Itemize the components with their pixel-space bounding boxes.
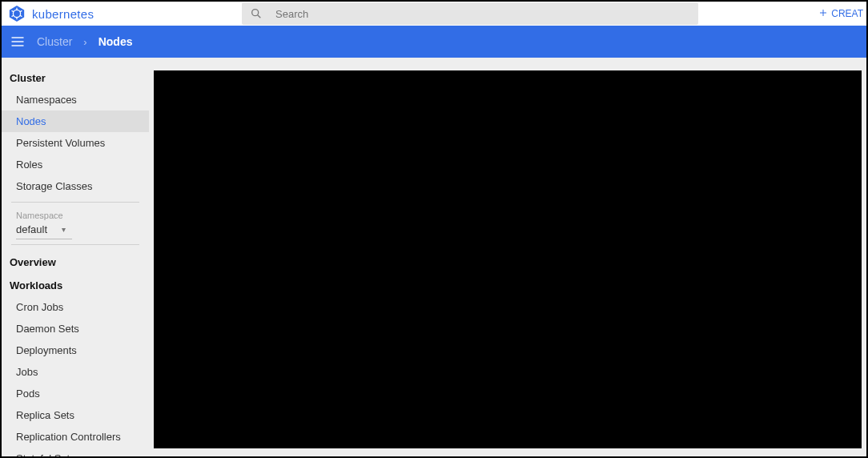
sidebar-item-storage-classes[interactable]: Storage Classes — [2, 175, 149, 197]
breadcrumb-root[interactable]: Cluster — [37, 35, 72, 48]
sidebar-item-deployments[interactable]: Deployments — [2, 339, 149, 361]
svg-line-9 — [258, 15, 261, 18]
sidebar-item-cron-jobs[interactable]: Cron Jobs — [2, 296, 149, 318]
top-bar: kubernetes CREAT — [2, 2, 866, 26]
search-icon — [250, 7, 263, 20]
namespace-selected: default — [16, 223, 47, 235]
sidebar-item-pods[interactable]: Pods — [2, 383, 149, 404]
kubernetes-logo-icon — [8, 5, 26, 22]
sidebar-item-daemon-sets[interactable]: Daemon Sets — [2, 318, 149, 339]
divider — [11, 244, 139, 245]
chevron-down-icon: ▾ — [62, 225, 66, 234]
sidebar-item-jobs[interactable]: Jobs — [2, 361, 149, 383]
sidebar-item-roles[interactable]: Roles — [2, 154, 149, 175]
plus-icon — [818, 8, 828, 20]
create-button[interactable]: CREAT — [818, 8, 863, 20]
brand-text: kubernetes — [32, 7, 94, 21]
sidebar-section-cluster[interactable]: Cluster — [2, 66, 149, 89]
sidebar-section-overview[interactable]: Overview — [2, 250, 149, 273]
content-panel — [154, 70, 862, 448]
svg-point-8 — [252, 10, 259, 16]
content-area — [149, 58, 866, 456]
sidebar-item-replication-controllers[interactable]: Replication Controllers — [2, 426, 149, 448]
create-label: CREAT — [831, 8, 863, 19]
brand[interactable]: kubernetes — [2, 5, 94, 22]
main-layout: Cluster Namespaces Nodes Persistent Volu… — [2, 58, 866, 456]
sidebar-section-workloads[interactable]: Workloads — [2, 273, 149, 296]
chevron-right-icon: › — [83, 36, 86, 48]
menu-icon[interactable] — [10, 34, 26, 50]
search-bar[interactable] — [242, 2, 698, 25]
sidebar-item-namespaces[interactable]: Namespaces — [2, 89, 149, 110]
sidebar: Cluster Namespaces Nodes Persistent Volu… — [2, 58, 149, 456]
breadcrumb-current: Nodes — [98, 35, 133, 48]
namespace-select[interactable]: default ▾ — [16, 220, 72, 239]
sidebar-item-nodes[interactable]: Nodes — [2, 110, 149, 132]
sidebar-item-persistent-volumes[interactable]: Persistent Volumes — [2, 132, 149, 154]
namespace-label: Namespace — [2, 207, 149, 220]
search-input[interactable] — [275, 8, 690, 20]
divider — [11, 202, 139, 203]
breadcrumb-bar: Cluster › Nodes — [2, 26, 866, 58]
sidebar-item-replica-sets[interactable]: Replica Sets — [2, 404, 149, 426]
sidebar-item-stateful-sets[interactable]: Stateful Sets — [2, 448, 149, 456]
